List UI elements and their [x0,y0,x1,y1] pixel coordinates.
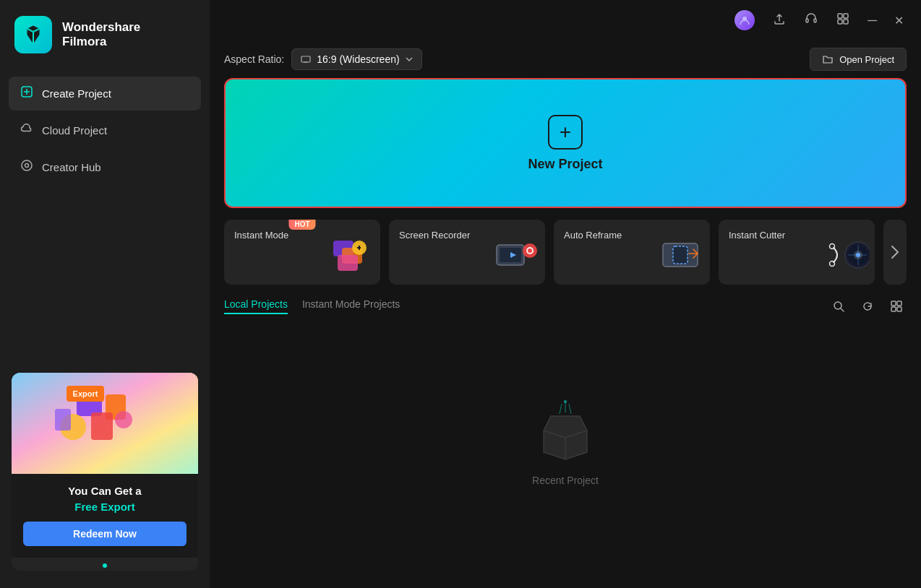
main-content: ─ ✕ Aspect Ratio: 16:9 (Widescreen) Open… [210,0,921,588]
feature-card-auto-reframe[interactable]: Auto Reframe [554,220,710,285]
empty-label: Recent Project [532,475,599,486]
svg-point-45 [564,400,567,403]
app-name-line2: Filmora [62,35,140,49]
ad-banner: Export You Can Get a Free Export Redeem … [12,373,198,571]
ad-dots [12,558,198,571]
ad-redeem-button[interactable]: Redeem Now [23,522,187,546]
svg-rect-21 [301,56,310,62]
open-project-label: Open Project [839,54,894,65]
tab-instant-mode-projects[interactable]: Instant Mode Projects [302,298,400,314]
ad-content: You Can Get a Free Export Redeem Now [12,474,198,558]
create-project-icon [20,85,33,102]
svg-point-10 [115,411,132,428]
more-features-button[interactable] [883,220,907,285]
svg-rect-17 [838,14,842,18]
svg-rect-44 [897,307,901,311]
close-button[interactable]: ✕ [891,11,907,30]
feature-card-screen-recorder[interactable]: Screen Recorder [389,220,545,285]
app-name-line1: Wondershare [62,20,140,35]
svg-rect-8 [91,412,113,440]
plus-symbol: + [560,121,571,144]
new-project-label: New Project [528,157,602,172]
svg-rect-43 [891,307,896,311]
creator-hub-icon [20,159,33,176]
grid-layout-icon[interactable] [833,9,853,32]
upload-icon[interactable] [769,9,789,32]
svg-rect-33 [673,246,687,264]
new-project-banner[interactable]: + New Project [224,78,907,208]
sidebar-navigation: Create Project Cloud Project Creator Hub [0,69,210,191]
feature-card-instant-cutter[interactable]: Instant Cutter [719,220,875,285]
projects-actions [828,296,907,316]
svg-rect-19 [838,20,842,24]
svg-rect-41 [891,301,896,306]
hot-badge: HOT [288,220,315,230]
ad-subtitle: Free Export [23,501,187,513]
ad-decoration: Export [12,373,198,474]
headset-icon[interactable] [801,9,821,32]
avatar-icon[interactable] [732,7,758,33]
svg-rect-18 [844,14,848,18]
app-logo-icon [14,16,52,53]
minimize-button[interactable]: ─ [865,10,880,31]
grid-view-button[interactable] [886,296,907,316]
sidebar-item-creator-hub[interactable]: Creator Hub [9,150,201,184]
empty-box-icon [529,398,601,463]
sidebar-item-label-cloud: Cloud Project [42,124,107,137]
svg-point-3 [22,160,32,170]
header-row: Aspect Ratio: 16:9 (Widescreen) Open Pro… [210,40,921,78]
app-logo: Wondershare Filmora [0,0,210,69]
search-projects-button[interactable] [828,296,849,316]
instant-cutter-icon [820,233,870,280]
title-bar: ─ ✕ [210,0,921,40]
instant-mode-projects-label: Instant Mode Projects [302,298,400,310]
sidebar-item-label-creator: Creator Hub [42,161,101,173]
aspect-ratio-dropdown[interactable]: 16:9 (Widescreen) [291,48,421,70]
svg-point-31 [528,248,532,253]
svg-point-38 [830,243,835,248]
sidebar: Wondershare Filmora Create Project Cloud… [0,0,210,588]
svg-rect-42 [897,301,901,306]
svg-point-4 [25,164,29,168]
screen-recorder-icon [490,233,541,280]
sidebar-item-create-project[interactable]: Create Project [9,77,201,111]
projects-header: Local Projects Instant Mode Projects [210,296,921,325]
svg-point-39 [830,261,835,266]
auto-reframe-icon [655,233,706,280]
svg-rect-15 [806,19,808,22]
sidebar-item-label-create: Create Project [42,87,111,100]
aspect-ratio-label: Aspect Ratio: [224,53,284,65]
feature-cards-row: HOT Instant Mode Screen Recorder [210,220,921,285]
svg-rect-25 [338,255,358,271]
local-projects-label: Local Projects [224,298,288,310]
empty-state: Recent Project [210,325,921,588]
ad-image: Export [12,373,198,474]
instant-mode-icon [325,233,376,280]
new-project-plus-icon: + [548,115,583,150]
svg-rect-20 [844,20,848,24]
monitor-icon [301,56,311,63]
app-name: Wondershare Filmora [62,20,140,50]
svg-rect-16 [814,19,816,22]
open-project-button[interactable]: Open Project [810,48,907,71]
tab-local-projects[interactable]: Local Projects [224,298,288,314]
folder-icon [822,53,834,65]
feature-card-instant-mode[interactable]: HOT Instant Mode [224,220,380,285]
projects-tabs: Local Projects Instant Mode Projects [224,298,400,314]
user-avatar[interactable] [734,10,755,30]
refresh-projects-button[interactable] [857,296,878,316]
sidebar-item-cloud-project[interactable]: Cloud Project [9,113,201,147]
svg-text:Export: Export [73,389,98,398]
dropdown-chevron [406,57,413,61]
svg-rect-11 [55,409,71,431]
aspect-ratio-section: Aspect Ratio: 16:9 (Widescreen) [224,48,422,70]
ad-title: You Can Get a [23,484,187,498]
cloud-icon [20,122,33,139]
aspect-ratio-value: 16:9 (Widescreen) [317,53,399,65]
dot-1 [103,563,107,568]
